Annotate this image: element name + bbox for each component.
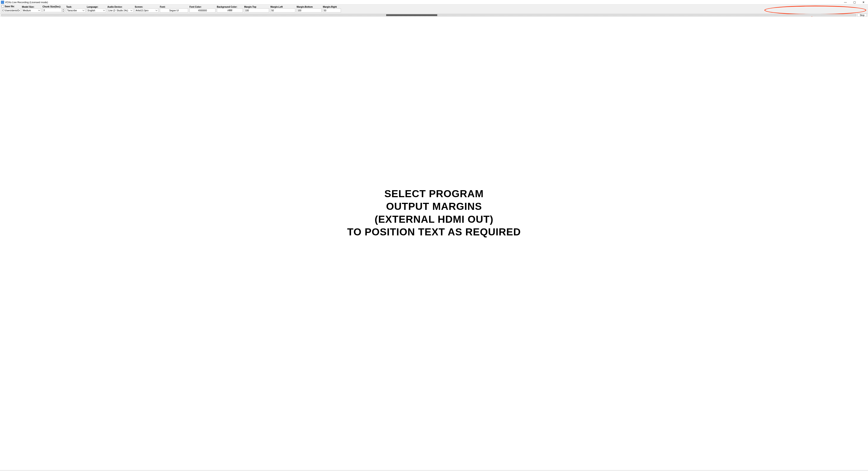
chunk-size-input[interactable] xyxy=(42,8,62,12)
margin-right-field: Margin-Right xyxy=(323,6,341,12)
audio-device-field: Audio Device: Line (2- Studio 24c) xyxy=(107,6,133,12)
font-field: Font: xyxy=(160,6,188,12)
model-size-label: Model Size: xyxy=(22,6,41,8)
margin-bottom-input[interactable] xyxy=(297,8,321,12)
font-color-label: Font Color: xyxy=(189,6,215,8)
minimize-button[interactable]: — xyxy=(841,0,850,4)
annotation-line-2: OUTPUT MARGINS xyxy=(347,200,521,213)
app-icon xyxy=(1,1,4,4)
task-field: Task: Tanscribe xyxy=(66,6,86,12)
font-label: Font: xyxy=(160,6,188,8)
font-color-input[interactable] xyxy=(189,8,215,12)
language-select[interactable]: English xyxy=(87,8,106,12)
margin-bottom-label: Margin-Bottom xyxy=(297,6,321,8)
margin-top-field: Margin-Top xyxy=(244,6,269,12)
window-controls: — ▢ ✕ xyxy=(841,0,868,4)
output-canvas: SELECT PROGRAM OUTPUT MARGINS (EXTERNAL … xyxy=(0,17,868,470)
font-color-field: Font Color: xyxy=(189,6,215,12)
margin-left-field: Margin-Left xyxy=(271,6,295,12)
close-button[interactable]: ✕ xyxy=(859,0,868,4)
task-label: Task: xyxy=(66,6,86,8)
chunk-size-spinner[interactable]: ▲▼ xyxy=(62,8,65,12)
chunk-size-label: Chunk Size(Sec): xyxy=(42,5,65,8)
margin-bottom-field: Margin-Bottom xyxy=(297,6,321,12)
save-file-input[interactable] xyxy=(1,8,21,12)
maximize-button[interactable]: ▢ xyxy=(850,0,859,4)
audio-device-label: Audio Device: xyxy=(107,6,133,8)
chunk-size-field: Chunk Size(Sec): ▲▼ xyxy=(42,5,65,12)
window-title: VOXs Live Recording (Licensed mode) xyxy=(5,1,48,4)
language-label: Language: xyxy=(87,6,106,8)
progress-bar xyxy=(1,14,856,16)
screen-field: Screen: Artist13.3pro xyxy=(135,6,158,12)
margin-right-input[interactable] xyxy=(323,8,341,12)
font-input[interactable] xyxy=(160,8,188,12)
progress-fill xyxy=(386,14,437,16)
margin-top-label: Margin-Top xyxy=(244,6,269,8)
annotation-line-4: TO POSITION TEXT AS REQUIRED xyxy=(347,225,521,238)
background-color-label: Background Color: xyxy=(217,6,243,8)
margin-left-label: Margin-Left xyxy=(271,6,295,8)
margin-left-input[interactable] xyxy=(271,8,295,12)
margin-top-input[interactable] xyxy=(244,8,269,12)
footer: About Us User Agreement Deactivate xyxy=(0,470,868,471)
audio-device-select[interactable]: Line (2- Studio 24c) xyxy=(107,8,133,12)
language-field: Language: English xyxy=(87,6,106,12)
model-size-select[interactable]: Medium xyxy=(22,8,41,12)
background-color-field: Background Color: xyxy=(217,6,243,12)
margin-right-label: Margin-Right xyxy=(323,6,341,8)
titlebar: VOXs Live Recording (Licensed mode) — ▢ … xyxy=(0,0,868,4)
model-size-field: Model Size: Medium xyxy=(22,6,41,12)
annotation-line-3: (EXTERNAL HDMI OUT) xyxy=(347,213,521,225)
screen-label: Screen: xyxy=(135,6,158,8)
settings-toolbar: Save file: Model Size: Medium Chunk Size… xyxy=(0,4,868,13)
annotation-line-1: SELECT PROGRAM xyxy=(347,187,521,200)
annotation-text: SELECT PROGRAM OUTPUT MARGINS (EXTERNAL … xyxy=(347,187,521,238)
progress-row: Stop xyxy=(0,13,868,17)
save-file-label: Save file: xyxy=(5,5,15,8)
save-file-checkbox[interactable] xyxy=(1,5,4,8)
screen-select[interactable]: Artist13.3pro xyxy=(135,8,158,12)
stop-button[interactable]: Stop xyxy=(858,13,867,17)
task-select[interactable]: Tanscribe xyxy=(66,8,86,12)
background-color-input[interactable] xyxy=(217,8,243,12)
save-file-field: Save file: xyxy=(1,5,21,12)
